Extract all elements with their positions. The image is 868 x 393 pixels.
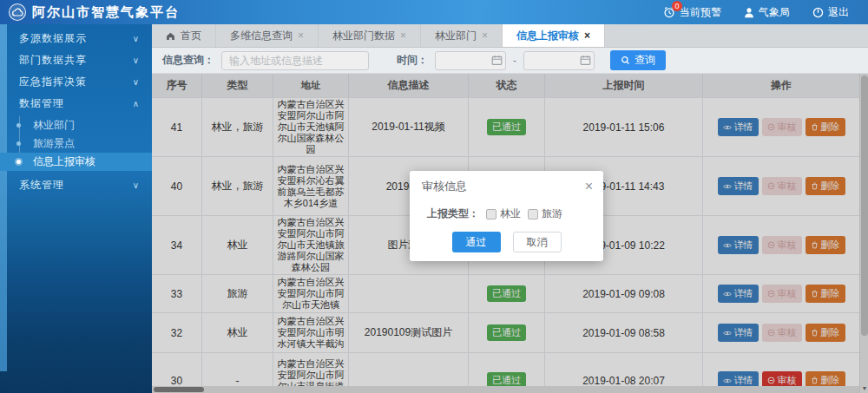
logout-label: 退出 bbox=[828, 5, 849, 20]
search-icon bbox=[621, 56, 630, 65]
logout-button[interactable]: 退出 bbox=[812, 5, 849, 20]
chevron-down-icon: ∨ bbox=[133, 174, 140, 196]
close-icon[interactable]: × bbox=[585, 180, 593, 193]
tab-bar: 首页 多维信息查询 × 林业部门数据 × 林业部门 × 信息上报审核 × bbox=[152, 24, 868, 48]
app-logo: 阿尔山市智慧气象平台 bbox=[0, 3, 180, 21]
chevron-up-icon: ∧ bbox=[133, 93, 140, 115]
close-icon[interactable]: × bbox=[400, 29, 406, 42]
alarm-count-badge: 0 bbox=[672, 1, 682, 11]
close-icon[interactable]: × bbox=[584, 29, 590, 42]
review-modal: 审核信息 × 上报类型： 林业 旅游 通过 取消 bbox=[410, 171, 603, 261]
sidebar: 多源数据展示 ∨ 部门数据共享 ∨ 应急指挥决策 ∨ 数据管理 ∧ 林业部门 旅… bbox=[0, 24, 152, 393]
cloud-logo-icon bbox=[9, 3, 26, 21]
search-button[interactable]: 查询 bbox=[610, 50, 666, 70]
time-label: 时间： bbox=[397, 53, 428, 68]
search-bar: 信息查询： 时间： - 查询 bbox=[152, 48, 868, 74]
tab-forestry-data[interactable]: 林业部门数据 × bbox=[319, 24, 421, 47]
app-window: 阿尔山市智慧气象平台 0 当前预警 气象局 退出 bbox=[0, 0, 868, 393]
tab-forestry[interactable]: 林业部门 × bbox=[421, 24, 503, 47]
sidebar-item-data-management[interactable]: 数据管理 ∧ bbox=[0, 93, 152, 115]
checkbox-icon[interactable] bbox=[486, 209, 496, 219]
bullet-icon bbox=[16, 160, 21, 164]
modal-title: 审核信息 bbox=[422, 179, 467, 194]
bullet-icon bbox=[16, 123, 21, 128]
alarm-icon: 0 bbox=[663, 6, 675, 18]
home-icon bbox=[166, 31, 175, 41]
bullet-icon bbox=[16, 141, 21, 146]
sidebar-subitem-info-report-review[interactable]: 信息上报审核 bbox=[0, 153, 152, 171]
query-input[interactable] bbox=[221, 51, 369, 70]
date-range-separator: - bbox=[513, 55, 516, 67]
close-icon[interactable]: × bbox=[482, 29, 488, 42]
query-label: 信息查询： bbox=[162, 53, 214, 68]
app-title: 阿尔山市智慧气象平台 bbox=[32, 4, 180, 21]
power-icon bbox=[812, 7, 824, 18]
close-icon[interactable]: × bbox=[298, 29, 304, 42]
sidebar-item-emergency-command[interactable]: 应急指挥决策 ∨ bbox=[0, 71, 152, 93]
checkbox-forestry[interactable]: 林业 bbox=[486, 206, 521, 221]
tab-info-report-review[interactable]: 信息上报审核 × bbox=[503, 24, 605, 47]
cancel-button[interactable]: 取消 bbox=[513, 232, 562, 252]
approve-button[interactable]: 通过 bbox=[452, 232, 501, 252]
chevron-down-icon: ∨ bbox=[133, 49, 140, 71]
current-warning-button[interactable]: 0 当前预警 bbox=[663, 5, 721, 20]
current-warning-label: 当前预警 bbox=[680, 5, 721, 20]
user-label: 气象局 bbox=[759, 5, 790, 20]
calendar-icon bbox=[491, 55, 503, 66]
sidebar-item-department-sharing[interactable]: 部门数据共享 ∨ bbox=[0, 49, 152, 71]
checkbox-tourism[interactable]: 旅游 bbox=[528, 206, 562, 221]
tab-multidim-query[interactable]: 多维信息查询 × bbox=[216, 24, 319, 47]
app-header: 阿尔山市智慧气象平台 0 当前预警 气象局 退出 bbox=[0, 0, 868, 24]
sidebar-item-system-management[interactable]: 系统管理 ∨ bbox=[0, 174, 152, 196]
sidebar-submenu: 林业部门 旅游景点 信息上报审核 bbox=[0, 115, 152, 174]
chevron-down-icon: ∨ bbox=[133, 71, 140, 93]
calendar-icon bbox=[580, 55, 591, 66]
chevron-down-icon: ∨ bbox=[133, 28, 140, 49]
user-icon bbox=[744, 7, 754, 18]
sidebar-item-multisource-data[interactable]: 多源数据展示 ∨ bbox=[0, 28, 152, 49]
user-menu[interactable]: 气象局 bbox=[744, 5, 790, 20]
report-type-label: 上报类型： bbox=[427, 206, 479, 221]
checkbox-icon[interactable] bbox=[528, 209, 538, 219]
sidebar-subitem-tourist-spots[interactable]: 旅游景点 bbox=[0, 134, 152, 153]
sidebar-subitem-forestry[interactable]: 林业部门 bbox=[0, 116, 152, 134]
tab-home[interactable]: 首页 bbox=[152, 24, 216, 47]
